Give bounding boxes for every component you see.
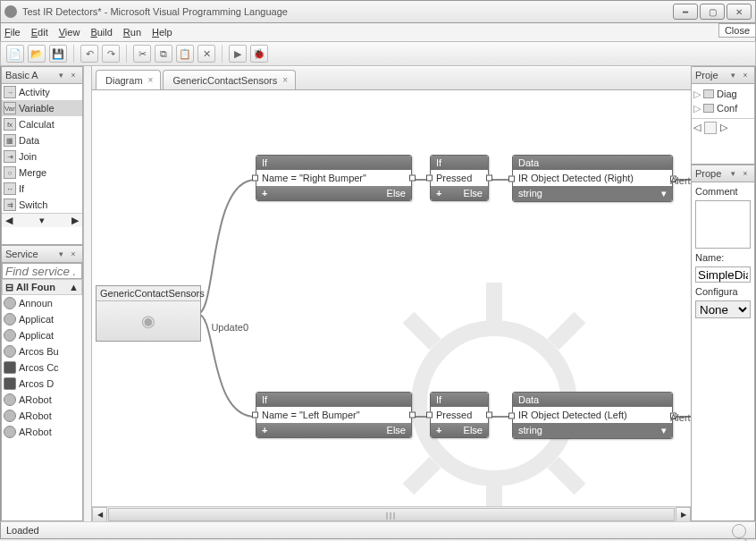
activity-item[interactable]: ⇉Switch: [2, 197, 82, 213]
new-button[interactable]: 📄: [6, 45, 24, 63]
redo-button[interactable]: ↷: [102, 45, 120, 63]
service-label: Applicat: [19, 314, 54, 325]
data-value[interactable]: IR Object Detected (Right): [513, 170, 672, 186]
service-label: ARobot: [19, 394, 52, 405]
services-group[interactable]: All Foun: [16, 282, 55, 292]
service-item[interactable]: Announ: [2, 295, 82, 311]
tree-expand-icon[interactable]: ▷: [693, 103, 701, 114]
data-right-block[interactable]: Data IR Object Detected (Right) string▾: [512, 155, 673, 202]
proj-nav-button[interactable]: [704, 122, 717, 134]
panel-close-icon[interactable]: ×: [740, 70, 751, 80]
generic-contact-sensors-block[interactable]: GenericContactSensors ◉ Update0: [96, 285, 201, 342]
delete-button[interactable]: ✕: [197, 45, 215, 63]
activity-item[interactable]: →Activity: [2, 84, 82, 100]
panel-close-icon[interactable]: ×: [68, 70, 79, 80]
plus-icon[interactable]: +: [262, 188, 267, 199]
nav-dropdown-icon[interactable]: ▾: [39, 215, 45, 226]
comment-label: Comment: [695, 186, 751, 197]
tab-close-icon[interactable]: ×: [148, 75, 154, 85]
close-extra-button[interactable]: Close: [718, 23, 756, 38]
service-item[interactable]: Applicat: [2, 327, 82, 343]
menu-view[interactable]: View: [59, 27, 80, 38]
pressed-label[interactable]: Pressed: [431, 407, 488, 423]
data-left-block[interactable]: Data IR Object Detected (Left) string▾: [512, 392, 673, 439]
tab-close-icon[interactable]: ×: [282, 75, 288, 85]
else-label: Else: [464, 188, 483, 199]
maximize-button[interactable]: ▢: [700, 4, 725, 20]
service-item[interactable]: ARobot: [2, 392, 82, 408]
if-pressed-left-block[interactable]: If Pressed +Else: [430, 392, 489, 438]
tree-expand-icon[interactable]: ▷: [693, 89, 701, 100]
menu-help[interactable]: Help: [152, 27, 172, 38]
plus-icon[interactable]: +: [436, 425, 441, 435]
dropdown-icon[interactable]: ▾: [661, 188, 667, 199]
if-right-block[interactable]: If Name = "Right Bumper" +Else: [256, 155, 412, 201]
activity-icon: Var: [4, 102, 16, 114]
activity-item[interactable]: ▦Data: [2, 132, 82, 148]
properties-title: Prope: [695, 168, 726, 179]
tabstrip: Diagram×GenericContactSensors×: [92, 67, 691, 90]
debug-button[interactable]: 🐞: [250, 45, 268, 63]
cut-button[interactable]: ✂: [133, 45, 151, 63]
scroll-left-button[interactable]: ◀: [92, 507, 107, 522]
service-item[interactable]: Arcos D: [2, 376, 82, 392]
service-item[interactable]: Applicat: [2, 311, 82, 327]
zoom-icon[interactable]: [732, 524, 746, 538]
service-item[interactable]: Arcos Bu: [2, 343, 82, 359]
tab-genericcontactsensors[interactable]: GenericContactSensors×: [163, 70, 296, 89]
activity-label: If: [19, 183, 24, 194]
run-button[interactable]: ▶: [229, 45, 247, 63]
activity-item[interactable]: VarVariable: [2, 100, 82, 116]
panel-close-icon[interactable]: ×: [740, 168, 751, 179]
nav-left-icon[interactable]: ◀: [5, 215, 13, 226]
nav-right-icon[interactable]: ▶: [71, 215, 79, 226]
panel-close-icon[interactable]: ×: [68, 249, 79, 259]
activity-label: Switch: [19, 199, 47, 210]
if-pressed-right-block[interactable]: If Pressed +Else: [430, 155, 489, 201]
service-item[interactable]: Arcos Cc: [2, 359, 82, 376]
menu-edit[interactable]: Edit: [31, 27, 48, 38]
dropdown-icon[interactable]: ▾: [661, 425, 667, 436]
service-item[interactable]: ARobot: [2, 408, 82, 424]
data-value[interactable]: IR Object Detected (Left): [513, 407, 672, 423]
menu-file[interactable]: File: [4, 27, 21, 38]
activity-item[interactable]: ↔If: [2, 181, 82, 197]
pin-icon[interactable]: ▾: [727, 168, 738, 179]
copy-button[interactable]: ⧉: [155, 45, 172, 63]
scroll-right-button[interactable]: ▶: [676, 507, 691, 522]
tab-diagram[interactable]: Diagram×: [96, 70, 161, 89]
paste-button[interactable]: 📋: [176, 45, 194, 63]
if-condition[interactable]: Name = "Right Bumper": [256, 170, 411, 186]
plus-icon[interactable]: +: [262, 425, 267, 435]
if-left-block[interactable]: If Name = "Left Bumper" +Else: [256, 392, 412, 438]
menu-build[interactable]: Build: [90, 27, 112, 38]
project-item[interactable]: ▷Conf: [693, 101, 752, 115]
service-item[interactable]: ARobot: [2, 424, 82, 440]
activity-item[interactable]: ○Merge: [2, 165, 82, 181]
save-button[interactable]: 💾: [49, 45, 67, 63]
pressed-label[interactable]: Pressed: [431, 170, 488, 186]
activity-item[interactable]: ⇥Join: [2, 148, 82, 165]
config-select[interactable]: None: [695, 300, 751, 318]
menu-run[interactable]: Run: [123, 27, 141, 38]
comment-input[interactable]: [695, 200, 751, 249]
open-button[interactable]: 📂: [28, 45, 46, 63]
undo-button[interactable]: ↶: [80, 45, 98, 63]
if-condition[interactable]: Name = "Left Bumper": [256, 407, 411, 423]
diagram-canvas[interactable]: GenericContactSensors ◉ Update0 If Name …: [92, 90, 691, 506]
services-search-input[interactable]: [2, 263, 82, 279]
name-input[interactable]: [695, 266, 751, 283]
plus-icon[interactable]: +: [436, 188, 441, 199]
project-item[interactable]: ▷Diag: [693, 87, 752, 101]
if-label: If: [431, 393, 488, 407]
proj-nav-left-icon[interactable]: ◁: [693, 122, 701, 133]
pin-icon[interactable]: ▾: [55, 70, 66, 80]
activity-item[interactable]: fxCalculat: [2, 116, 82, 132]
close-button[interactable]: ✕: [727, 4, 752, 20]
sensor-icon: ◉: [141, 311, 155, 331]
horizontal-scrollbar[interactable]: ◀ ▶: [92, 506, 691, 521]
proj-nav-right-icon[interactable]: ▷: [720, 122, 727, 133]
pin-icon[interactable]: ▾: [727, 70, 738, 80]
minimize-button[interactable]: ━: [673, 4, 698, 20]
pin-icon[interactable]: ▾: [55, 249, 66, 259]
